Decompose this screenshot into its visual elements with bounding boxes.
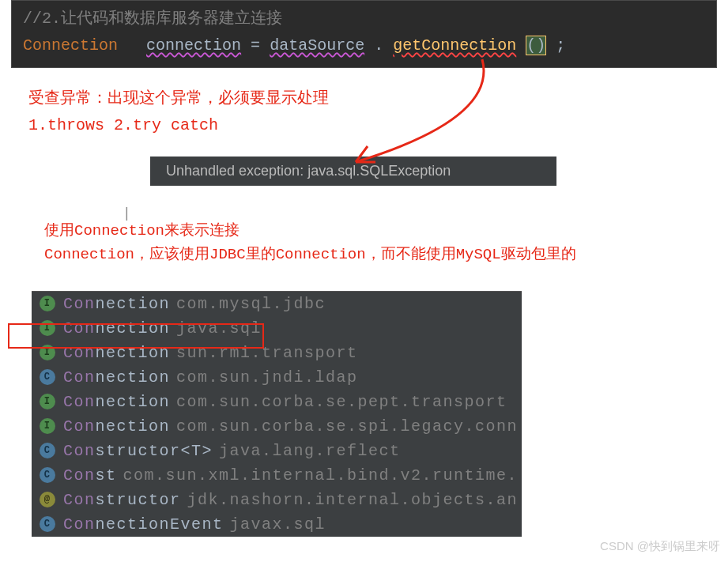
method-name: getConnection [393,36,516,55]
annotation-connection-usage: 使用Connection来表示连接 Connection，应该使用JDBC里的C… [44,219,728,267]
autocomplete-item[interactable]: I Connection com.mysql.jdbc [32,292,522,316]
autocomplete-item[interactable]: C Const com.sun.xml.internal.bind.v2.run… [32,463,522,488]
autocomplete-item[interactable]: I Connection com.sun.corba.se.spi.legacy… [32,414,522,439]
semicolon: ; [556,36,565,55]
package-name: sun.rmi.transport [176,344,358,362]
interface-icon: I [40,320,55,336]
autocomplete-item[interactable]: I Connection com.sun.corba.se.pept.trans… [32,390,522,414]
variable-name: connection [146,36,241,55]
object-name: dataSource [270,36,364,55]
interface-icon: I [40,418,55,434]
tooltip-text: Unhandled exception: java.sql.SQLExcepti… [166,163,451,179]
text-cursor: | [125,205,129,221]
interface-icon: I [40,296,55,311]
exception-tooltip: Unhandled exception: java.sql.SQLExcepti… [150,157,556,186]
code-editor[interactable]: //2.让代码和数据库服务器建立连接 Connection connection… [11,0,717,68]
annotation-line1: 受查异常：出现这个异常，必须要显示处理 [28,85,728,112]
watermark: CSDN @快到锅里来呀 [600,539,720,554]
code-comment-line: //2.让代码和数据库服务器建立连接 [23,6,705,32]
package-name: com.mysql.jdbc [176,295,326,313]
parentheses: () [526,36,546,55]
package-name: jdk.nashorn.internal.objects.an [187,491,519,509]
interface-icon: I [40,394,55,409]
class-icon: C [40,369,55,385]
autocomplete-popup[interactable]: I Connection com.mysql.jdbc I Connection… [32,291,522,537]
class-icon: C [40,443,55,458]
annotation2-line1: 使用Connection来表示连接 [44,219,728,243]
package-name: com.sun.corba.se.pept.transport [176,393,507,411]
code-statement-line: Connection connection = dataSource . get… [23,32,705,59]
dot-operator: . [374,36,383,55]
package-name: java.sql [176,319,262,338]
autocomplete-item[interactable]: I Connection java.sql [32,316,522,341]
equals-operator: = [251,36,270,55]
autocomplete-item[interactable]: C Connection com.sun.jndi.ldap [32,365,522,390]
autocomplete-item[interactable]: I Connection sun.rmi.transport [32,341,522,365]
annotation2-line2: Connection，应该使用JDBC里的Connection，而不能使用MyS… [44,243,728,266]
annotation-line2: 1.throws 2.try catch [28,112,728,139]
autocomplete-item[interactable]: C Constructor<T> java.lang.reflect [32,439,522,463]
class-icon: C [40,516,55,532]
package-name: com.sun.xml.internal.bind.v2.runtime. [123,466,519,485]
autocomplete-item[interactable]: C ConnectionEvent javax.sql [32,512,522,537]
package-name: com.sun.corba.se.spi.legacy.conn [176,417,518,436]
annotation-checked-exception: 受查异常：出现这个异常，必须要显示处理 1.throws 2.try catch [28,85,728,139]
class-icon: C [40,467,55,483]
type-keyword: Connection [23,36,118,55]
autocomplete-item[interactable]: @ Constructor jdk.nashorn.internal.objec… [32,488,522,512]
package-name: javax.sql [230,515,326,534]
package-name: java.lang.reflect [219,442,401,460]
annotation-icon: @ [40,492,55,507]
package-name: com.sun.jndi.ldap [176,368,358,387]
comment-text: //2.让代码和数据库服务器建立连接 [23,9,282,28]
interface-icon: I [40,345,55,360]
